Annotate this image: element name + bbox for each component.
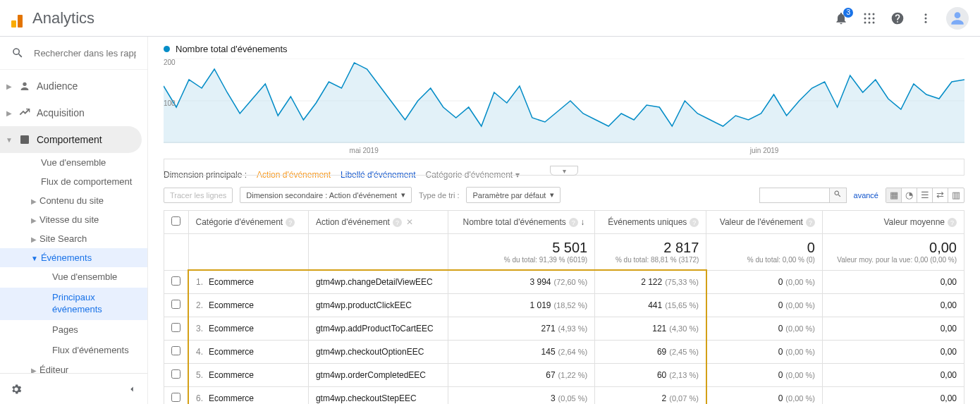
secondary-dimension-select[interactable]: Dimension secondaire : Action d'événemen… (240, 187, 412, 203)
cell-total: 67(1,22 %) (448, 363, 594, 386)
line-chart-svg (164, 59, 964, 143)
sort-desc-icon: ↓ (580, 217, 584, 227)
nav-acquisition[interactable]: ▶ Acquisition (0, 99, 147, 126)
cell-category: 5.Ecommerce (188, 363, 308, 386)
notification-badge: 3 (843, 8, 853, 18)
svg-point-11 (925, 20, 927, 23)
expand-handle-icon[interactable]: ▾ (550, 166, 578, 176)
events-table: Catégorie d'événement? Action d'événemen… (164, 210, 964, 404)
summary-avg: 0,00Valeur moy. pour la vue: 0,00 (0,00 … (822, 234, 964, 271)
behavior-icon (18, 133, 31, 146)
nav-publisher[interactable]: ▶Éditeur (0, 360, 147, 373)
chevron-down-icon: ▼ (6, 136, 13, 144)
view-table-icon[interactable]: ▦ (886, 188, 902, 202)
row-checkbox[interactable] (171, 346, 180, 355)
table-row[interactable]: 3.Ecommercegtm4wp.addProductToCartEEC271… (164, 317, 964, 340)
nav-events-pages[interactable]: Pages (0, 320, 147, 341)
select-all-header[interactable] (164, 211, 189, 234)
notifications-icon[interactable]: 3 (833, 11, 849, 26)
table-row[interactable]: 6.Ecommercegtm4wp.checkoutStepEEC3(0,05 … (164, 386, 964, 404)
row-checkbox[interactable] (171, 300, 180, 309)
nav-site-content[interactable]: ▶Contenu du site (0, 191, 147, 210)
chevron-right-icon: ▶ (31, 367, 37, 373)
nav-site-speed[interactable]: ▶Vitesse du site (0, 210, 147, 229)
col-unique[interactable]: Événements uniques? (595, 211, 706, 234)
y-tick: 200 (164, 59, 176, 66)
view-comparison-icon[interactable]: ⇄ (933, 188, 948, 202)
row-checkbox[interactable] (171, 276, 180, 286)
col-avg[interactable]: Valeur moyenne? (822, 211, 964, 234)
timeline-minimap[interactable]: ▾ (164, 159, 964, 176)
cell-total: 3 994(72,60 %) (448, 270, 594, 293)
sort-type-select[interactable]: Paramètre par défaut ▾ (466, 187, 561, 203)
apps-icon[interactable] (862, 11, 877, 26)
app-header: Analytics 3 (0, 0, 980, 37)
col-category[interactable]: Catégorie d'événement? (188, 211, 308, 234)
view-pivot-icon[interactable]: ▥ (948, 188, 964, 202)
table-search-button[interactable] (830, 188, 847, 203)
help-icon[interactable]: ? (806, 218, 815, 227)
col-action[interactable]: Action d'événement?✕ (308, 211, 448, 234)
chevron-right-icon: ▶ (31, 216, 37, 224)
view-bar-icon[interactable]: ☰ (917, 188, 933, 202)
col-value[interactable]: Valeur de l'événement? (706, 211, 823, 234)
summary-unique: 2 817% du total: 88,81 % (3172) (595, 234, 706, 271)
help-icon[interactable]: ? (948, 218, 957, 227)
view-pie-icon[interactable]: ◔ (902, 188, 917, 202)
help-icon[interactable] (890, 11, 905, 26)
cell-category: 2.Ecommerce (188, 293, 308, 317)
row-checkbox[interactable] (171, 369, 180, 379)
svg-point-2 (873, 13, 875, 15)
nav-behavior[interactable]: ▼ Comportement (0, 126, 142, 153)
nav-events-overview[interactable]: Vue d'ensemble (0, 267, 147, 288)
nav-behavior-flow[interactable]: Flux de comportement (0, 172, 147, 191)
nav-events-flow[interactable]: Flux d'événements (0, 341, 147, 361)
summary-total: 5 501% du total: 91,39 % (6019) (448, 234, 594, 271)
table-row[interactable]: 5.Ecommercegtm4wp.orderCompletedEEC67(1,… (164, 363, 964, 386)
advanced-link[interactable]: avancé (854, 191, 878, 200)
col-total[interactable]: Nombre total d'événements? ↓ (448, 211, 594, 234)
summary-value: 0% du total: 0,00 % (0) (706, 234, 823, 271)
y-tick: 100 (164, 99, 176, 107)
cell-value: 0(0,00 %) (706, 293, 823, 317)
table-search-input[interactable] (759, 188, 830, 203)
nav-top-events[interactable]: Principaux événements (0, 288, 147, 320)
svg-point-9 (925, 13, 927, 16)
chart: 200 100 mai 2019 juin 2019 ▾ (164, 59, 964, 157)
svg-point-13 (23, 82, 26, 86)
legend-label: Nombre total d'événements (176, 44, 288, 54)
table-row[interactable]: 1.Ecommercegtm4wp.changeDetailViewEEC3 9… (164, 270, 964, 293)
legend-dot-icon (164, 46, 170, 52)
remove-dimension-icon[interactable]: ✕ (406, 217, 413, 227)
cell-total: 145(2,64 %) (448, 340, 594, 363)
admin-gear-icon[interactable] (10, 383, 23, 396)
account-avatar[interactable] (946, 7, 969, 30)
person-icon (18, 80, 31, 92)
plot-rows-button[interactable]: Tracer les lignes (164, 188, 233, 203)
sort-label: Type de tri : (419, 191, 459, 200)
nav-events[interactable]: ▼Événements (0, 248, 147, 267)
help-icon[interactable]: ? (286, 218, 295, 227)
nav-label: Comportement (37, 134, 102, 145)
collapse-sidebar-icon[interactable] (126, 384, 137, 395)
cell-avg: 0,00 (822, 270, 964, 293)
more-icon[interactable] (918, 11, 933, 26)
svg-point-12 (955, 12, 961, 18)
cell-unique: 60(2,13 %) (595, 363, 706, 386)
table-row[interactable]: 2.Ecommercegtm4wp.productClickEEC1 019(1… (164, 293, 964, 317)
app-title: Analytics (32, 9, 94, 27)
nav-audience[interactable]: ▶ Audience (0, 73, 147, 99)
table-row[interactable]: 4.Ecommercegtm4wp.checkoutOptionEEC145(2… (164, 340, 964, 363)
nav-site-search[interactable]: ▶Site Search (0, 229, 147, 248)
help-icon[interactable]: ? (690, 218, 699, 227)
svg-point-8 (873, 21, 875, 23)
nav-overview[interactable]: Vue d'ensemble (0, 153, 147, 172)
row-checkbox[interactable] (171, 393, 180, 402)
help-icon[interactable]: ? (569, 218, 578, 227)
search-icon[interactable] (11, 47, 24, 59)
cell-category: 4.Ecommerce (188, 340, 308, 363)
cell-total: 1 019(18,52 %) (448, 293, 594, 317)
report-search-input[interactable] (34, 48, 136, 59)
row-checkbox[interactable] (171, 323, 180, 332)
help-icon[interactable]: ? (393, 218, 402, 227)
